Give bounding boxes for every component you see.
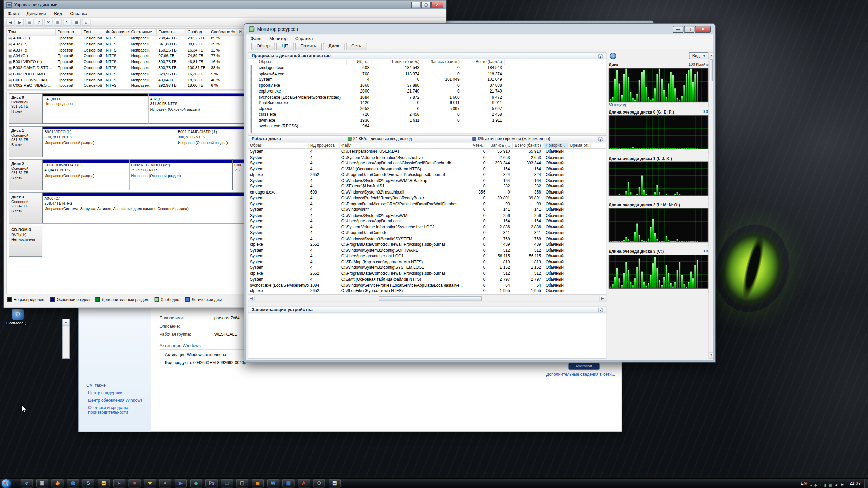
disk-work-row[interactable]: System4C:\$BitMap (Карта свободного мест… <box>248 259 606 265</box>
disk-work-column-header[interactable]: Приорит... <box>544 143 568 148</box>
vertical-scrollbar[interactable]: ▲ ▼ <box>708 52 713 359</box>
collapse-graphs-button[interactable]: › <box>610 53 616 59</box>
disk-label[interactable]: CD-ROM 0DVD (H:)Нет носителя <box>9 226 42 257</box>
background-scrollbar-fragment[interactable]: ▲ <box>62 319 70 359</box>
process-checkbox[interactable] <box>251 123 252 133</box>
volumes-column-header[interactable]: Свободно % <box>209 29 237 35</box>
collapse-chevron-icon[interactable]: ▲ <box>598 54 603 59</box>
tray-volume-icon[interactable]: ◄ <box>834 483 838 487</box>
process-row[interactable]: csrss.exe7202 45802 458 <box>248 112 606 118</box>
disk-work-column-header[interactable]: Всего (байт/с) <box>513 143 544 148</box>
disk-work-row[interactable]: System4C:\Users\parsons\AppData\Local016… <box>248 219 606 224</box>
sidebar-link[interactable]: Центр обновления Windows <box>88 398 147 403</box>
process-row[interactable]: splwow64.exe708118 3740118 374 <box>248 71 606 77</box>
volumes-column-header[interactable]: Состояние <box>130 29 157 35</box>
tray-network-icon[interactable]: ▥ <box>828 483 832 487</box>
taskbar-icon-notepad[interactable]: ▤ <box>329 479 341 487</box>
taskbar-icon-app-blue-2[interactable]: ▣ <box>282 479 295 487</box>
menu-item[interactable]: Монитор <box>265 34 292 42</box>
disk-work-row[interactable]: svchost.exe (LocalServiceNetwo...1084C:\… <box>248 282 606 288</box>
taskbar-icon-globe-app[interactable]: ◍ <box>67 479 79 487</box>
disk-work-row[interactable]: System4C:\Windows\System32\LogFiles\WMI\… <box>248 178 606 184</box>
sidebar-link[interactable]: Счетчики и средства производительности <box>88 405 147 415</box>
taskbar-icon-firefox[interactable]: ◉ <box>52 479 64 487</box>
disk-work-row[interactable]: cfp.exe2652C:\$LogFile (Журнал тома NTFS… <box>248 288 606 294</box>
maximize-button[interactable]: ▢ <box>421 1 431 8</box>
disk-work-row[interactable]: System4C:\$Mft (Основная таблица файлов … <box>248 277 606 282</box>
disk-work-column-header[interactable]: Запись (... <box>488 143 513 148</box>
disk-work-row[interactable]: System4C:\Users\parsons\NTUSER.DAT055 91… <box>248 149 606 155</box>
disk-work-row[interactable]: System4C:\Windows\System32\LogFiles\WMI0… <box>248 213 606 219</box>
close-button[interactable]: ✕ <box>695 26 711 33</box>
forward-icon[interactable]: ▶ <box>16 19 24 26</box>
tab-Сеть[interactable]: Сеть <box>346 43 367 50</box>
disk-work-row[interactable]: System4C:\Users\parsons\AppData\Local\Cl… <box>248 160 606 166</box>
disk-work-row[interactable]: cmdagent.exe608C:\Windows\System32\rasad… <box>248 189 606 195</box>
processes-column-header[interactable]: Образ <box>257 59 346 65</box>
delete-icon[interactable]: ✕ <box>44 19 53 26</box>
menu-item[interactable]: Файл <box>246 34 265 42</box>
disk-work-row[interactable]: System4C:\Windows\inf0141141Обычный <box>248 207 606 213</box>
tab-Диск[interactable]: Диск <box>323 43 344 50</box>
process-row[interactable]: svchost.exe (LocalServiceNetworkRestrict… <box>248 94 606 100</box>
scrollbar-track[interactable] <box>255 296 599 302</box>
scrollbar-thumb[interactable] <box>379 296 482 301</box>
disk-work-row[interactable]: cfp.exe2652C:\ProgramData\Comodo\Firewal… <box>248 242 606 247</box>
disk-work-row[interactable]: cfp.exe2652C:\ProgramData\Comodo\Firewal… <box>248 271 606 277</box>
scroll-down-icon[interactable]: ▼ <box>709 352 713 358</box>
tab-ЦП[interactable]: ЦП <box>276 43 294 50</box>
collapse-chevron-icon[interactable]: ▲ <box>598 137 603 142</box>
taskbar-icon-word[interactable]: W <box>267 479 279 487</box>
menu-item[interactable]: Действие <box>23 9 50 17</box>
taskbar-icon-photoshop[interactable]: Ps <box>205 479 218 487</box>
process-row[interactable]: svchost.exe (RPCSS)964 <box>248 123 606 129</box>
help-topics-icon[interactable]: ⌂ <box>82 19 91 26</box>
disk-work-column-header[interactable]: Чтен... <box>469 143 488 148</box>
scroll-up-icon[interactable]: ▲ <box>709 53 713 58</box>
process-row[interactable]: dwm.exe19361 91101 911 <box>248 118 606 123</box>
disk-work-row[interactable]: System4C:\$Extend\$UsnJrnl:$J0282282Обыч… <box>248 184 606 189</box>
disk-work-row[interactable]: System4C:\Windows\System32\config\SYSTEM… <box>248 265 606 271</box>
taskbar-icon-adobe[interactable]: A <box>298 479 310 487</box>
volumes-column-header[interactable]: Свобод... <box>186 29 209 35</box>
tray-app-blue-icon[interactable]: ◆ <box>814 483 817 487</box>
taskbar-icon-internet-explorer[interactable]: e <box>21 479 33 487</box>
maximize-button[interactable]: ▢ <box>684 26 694 33</box>
disk-label[interactable]: Диск 2Основной931,51 ГБВ сети <box>9 159 42 190</box>
volumes-column-header[interactable]: Том <box>7 29 56 35</box>
taskbar-icon-app-teal[interactable]: ◆ <box>190 479 202 487</box>
disk-work-column-header[interactable]: ИД процесса <box>309 143 340 148</box>
volumes-column-header[interactable]: Тип <box>82 29 104 35</box>
menu-item[interactable]: Файл <box>4 9 23 17</box>
process-row[interactable]: PrintScreen.exe142009 0119 011 <box>248 100 606 106</box>
disk-work-row[interactable]: System4C:\Users\parsons\ntuser.dat.LOG10… <box>248 253 606 259</box>
disk-label[interactable]: Диск 0Основной931,51 ГБВ сети <box>9 93 42 124</box>
view-dropdown-button[interactable]: Вид▼ <box>689 52 709 59</box>
sidebar-link[interactable]: Центр поддержки <box>88 391 147 396</box>
taskbar-icon-star-app[interactable]: ★ <box>144 479 156 487</box>
partition-primary[interactable]: C001 DOWNLOAD (L:)40,04 ГБ NTFSИсправен … <box>42 159 130 190</box>
taskbar-icon-computer[interactable]: ▣ <box>36 479 48 487</box>
show-desktop-button[interactable] <box>864 478 868 488</box>
disk-work-row[interactable]: System4C:\Windows\Prefetch\ReadyBoot\Rea… <box>248 195 606 201</box>
processes-column-header[interactable]: ИД п... <box>347 59 372 65</box>
disk-management-titlebar[interactable]: ▤ Управление дисками — ▢ ✕ <box>4 1 446 9</box>
processes-column-header[interactable] <box>248 59 257 65</box>
volumes-column-header[interactable]: Располо... <box>56 29 82 35</box>
resource-monitor-titlebar[interactable]: ▥ Монитор ресурсов — ▢ ✕ <box>244 24 715 34</box>
taskbar-clock[interactable]: 21:07 <box>850 481 861 486</box>
taskbar-icon-play-app[interactable]: ▶ <box>175 479 187 487</box>
tray-flag-icon[interactable]: ⚑ <box>841 483 844 487</box>
desktop-icon-godmode[interactable]: ⚙ GodMode.(... <box>3 309 33 325</box>
process-row[interactable]: explorer.exe200021 740021 740 <box>248 88 606 94</box>
process-row[interactable]: System40101 049101 049 <box>248 77 606 83</box>
disk-work-column-header[interactable]: Образ <box>248 143 309 148</box>
close-button[interactable]: ✕ <box>431 1 443 8</box>
hidden-icons-chevron-icon[interactable]: ▴ <box>810 483 812 487</box>
disk-work-row[interactable]: System4C:\System Volume Information\Sysc… <box>248 155 606 160</box>
scroll-left-icon[interactable]: ◀ <box>248 296 255 302</box>
partition-primary[interactable]: C002 REC_VIDEO (M:)292,97 ГБ NTFSИсправе… <box>130 159 233 190</box>
disk-work-row[interactable]: System4C:\System Volume Information\Sysc… <box>248 224 606 230</box>
disk-work-row[interactable]: System4C:\$Mft (Основная таблица файлов … <box>248 166 606 172</box>
disk-work-panel-header[interactable]: Работа диска 24 КБ/с - дисковый ввод-выв… <box>248 135 606 142</box>
